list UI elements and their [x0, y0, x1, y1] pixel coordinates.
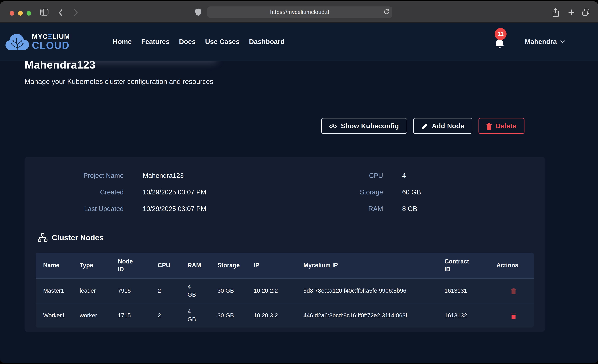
address-bar[interactable]: https://myceliumcloud.tf: [207, 7, 392, 18]
notification-count-badge: 11: [495, 28, 507, 40]
col-node-id: Node ID: [115, 253, 154, 278]
new-tab-icon[interactable]: [568, 9, 575, 16]
traffic-lights: [10, 11, 31, 16]
cluster-actions: Show Kubeconfig Add Node Delete: [0, 118, 524, 134]
col-actions: Actions: [493, 253, 534, 278]
cell-type: worker: [76, 303, 115, 328]
nav-links: Home Features Docs Use Cases Dashboard: [113, 38, 285, 46]
sitemap-icon: [38, 233, 48, 242]
screenshot-root: https://myceliumcloud.tf: [0, 0, 598, 364]
col-ip: IP: [250, 253, 300, 278]
cell-name: Master1: [36, 278, 76, 303]
cell-cpu: 2: [154, 303, 184, 328]
cell-ip: 10.20.2.2: [250, 278, 300, 303]
bell-icon: [495, 42, 504, 45]
cluster-details-panel: Project Name Mahendra123 CPU 4 Created 1…: [25, 157, 545, 332]
mycelium-cloud-logo-icon: [5, 31, 30, 52]
col-cpu: CPU: [154, 253, 184, 278]
cluster-nodes-header: Cluster Nodes: [38, 233, 545, 242]
nav-link-dashboard[interactable]: Dashboard: [249, 38, 284, 46]
cell-actions: [493, 303, 534, 328]
minimize-window-button[interactable]: [18, 11, 23, 16]
ram-label: RAM: [325, 205, 383, 213]
cell-mycelium-ip: 446:d2a6:8bcd:8c16:ff0f:72e2:3114:863f: [300, 303, 441, 328]
nav-right: 11 Mahendra: [495, 34, 598, 49]
created-value: 10/29/2025 03:07 PM: [124, 189, 325, 196]
storage-label: Storage: [325, 189, 383, 196]
cell-contract-id: 1613131: [441, 278, 493, 303]
site-logo[interactable]: MYCΞLIUM CLOUD: [5, 31, 70, 52]
delete-node-icon[interactable]: [511, 287, 516, 294]
notifications-button[interactable]: 11: [495, 39, 504, 49]
cell-node-id: 7915: [115, 278, 154, 303]
browser-window: https://myceliumcloud.tf: [0, 1, 598, 363]
page-subtitle: Manage your Kubernetes cluster configura…: [25, 78, 598, 86]
cell-name: Worker1: [36, 303, 76, 328]
cell-type: leader: [76, 278, 115, 303]
project-name-label: Project Name: [25, 172, 124, 179]
user-menu[interactable]: Mahendra: [525, 38, 565, 46]
privacy-shield-icon[interactable]: [195, 8, 201, 16]
cluster-info-grid: Project Name Mahendra123 CPU 4 Created 1…: [25, 157, 545, 213]
col-type: Type: [76, 253, 115, 278]
back-icon[interactable]: [58, 9, 63, 16]
nodes-table: Name Type Node ID CPU RAM Storage IP Myc…: [36, 253, 534, 328]
last-updated-label: Last Updated: [25, 205, 124, 213]
cpu-label: CPU: [325, 172, 383, 179]
share-icon[interactable]: [552, 8, 559, 17]
table-header-row: Name Type Node ID CPU RAM Storage IP Myc…: [36, 253, 534, 278]
created-label: Created: [25, 189, 124, 196]
table-row: Worker1 worker 1715 2 4 GB 30 GB 10.20.3…: [36, 303, 534, 328]
site-logo-text: MYCΞLIUM CLOUD: [32, 33, 70, 50]
tab-overview-icon[interactable]: [582, 8, 590, 16]
close-window-button[interactable]: [10, 11, 14, 16]
storage-value: 60 GB: [383, 189, 545, 196]
chevron-down-icon: [560, 40, 565, 43]
reload-icon[interactable]: [383, 9, 390, 15]
url-text: https://myceliumcloud.tf: [270, 9, 329, 15]
cell-cpu: 2: [154, 278, 184, 303]
cell-storage: 30 GB: [214, 303, 250, 328]
zoom-window-button[interactable]: [26, 11, 31, 16]
col-name: Name: [36, 253, 76, 278]
col-contract-id: Contract ID: [441, 253, 493, 278]
cell-contract-id: 1613132: [441, 303, 493, 328]
trash-icon: [486, 122, 492, 130]
add-node-button[interactable]: Add Node: [413, 118, 472, 134]
cell-ram: 4 GB: [184, 303, 214, 328]
browser-chrome: https://myceliumcloud.tf: [0, 1, 598, 23]
last-updated-value: 10/29/2025 03:07 PM: [124, 205, 325, 213]
col-mycelium-ip: Mycelium IP: [300, 253, 441, 278]
nav-link-features[interactable]: Features: [141, 38, 170, 46]
cpu-value: 4: [383, 172, 545, 179]
cell-node-id: 1715: [115, 303, 154, 328]
cell-ip: 10.20.3.2: [250, 303, 300, 328]
cell-storage: 30 GB: [214, 278, 250, 303]
project-name-value: Mahendra123: [124, 172, 325, 179]
show-kubeconfig-button[interactable]: Show Kubeconfig: [321, 118, 407, 134]
site-navbar: MYCΞLIUM CLOUD Home Features Docs Use Ca…: [0, 23, 598, 61]
ram-value: 8 GB: [383, 205, 545, 213]
cluster-page: Mahendra123 Manage your Kubernetes clust…: [0, 58, 598, 360]
cluster-nodes-title: Cluster Nodes: [52, 233, 104, 242]
delete-node-icon[interactable]: [511, 312, 516, 319]
pencil-icon: [421, 122, 428, 130]
eye-icon: [329, 122, 337, 130]
sidebar-toggle-icon[interactable]: [40, 9, 49, 16]
nav-link-home[interactable]: Home: [113, 38, 132, 46]
forward-icon[interactable]: [74, 9, 78, 16]
cell-mycelium-ip: 5d8:78ea:a120:f40c:ff0f:a5fe:99e6:8b96: [300, 278, 441, 303]
user-name: Mahendra: [525, 38, 557, 46]
cell-actions: [493, 278, 534, 303]
table-row: Master1 leader 7915 2 4 GB 30 GB 10.20.2…: [36, 278, 534, 303]
col-storage: Storage: [214, 253, 250, 278]
col-ram: RAM: [184, 253, 214, 278]
cell-ram: 4 GB: [184, 278, 214, 303]
nav-link-use-cases[interactable]: Use Cases: [205, 38, 240, 46]
nav-link-docs[interactable]: Docs: [179, 38, 196, 46]
delete-cluster-button[interactable]: Delete: [479, 118, 524, 134]
